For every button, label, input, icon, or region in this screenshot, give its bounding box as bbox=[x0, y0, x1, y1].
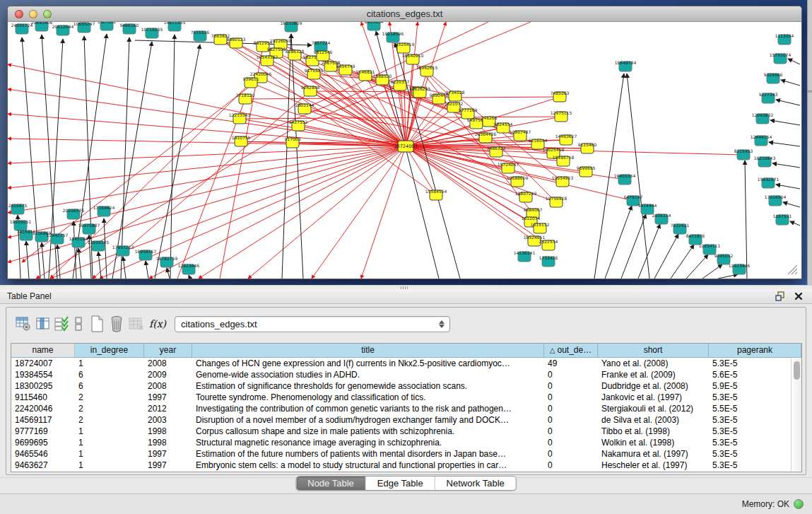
svg-text:16958167: 16958167 bbox=[135, 249, 157, 254]
table-cell: Stergiakouli et al. (2012) bbox=[598, 403, 709, 414]
table-cell: 1998 bbox=[144, 426, 192, 437]
float-panel-icon[interactable] bbox=[774, 291, 787, 302]
svg-text:7857224: 7857224 bbox=[312, 40, 331, 45]
column-header-year[interactable]: year bbox=[144, 344, 192, 357]
window-titlebar[interactable]: citations_edges.txt bbox=[8, 6, 801, 22]
column-header-short[interactable]: short bbox=[598, 344, 709, 357]
column-header-title[interactable]: title bbox=[192, 344, 544, 357]
table-settings-icon[interactable] bbox=[13, 313, 33, 334]
table-toolbar: f(x) citations_edges.txt bbox=[6, 308, 806, 340]
table-row[interactable]: 1872400712008Changes of HCN gene express… bbox=[11, 358, 801, 369]
results-panel-divider bbox=[808, 90, 812, 93]
svg-text:12942757: 12942757 bbox=[47, 233, 69, 238]
table-cell: 19384554 bbox=[11, 369, 75, 380]
table-cell: 6 bbox=[75, 380, 144, 392]
network-canvas[interactable]: 2405572420691406206120441065524715276029… bbox=[8, 22, 801, 279]
svg-text:9146821: 9146821 bbox=[356, 69, 375, 74]
svg-text:1733426: 1733426 bbox=[539, 255, 558, 260]
table-cell: Changes of HCN gene expression and I(f) … bbox=[192, 358, 544, 369]
svg-text:8186328: 8186328 bbox=[286, 49, 305, 54]
table-cell: 0 bbox=[544, 392, 598, 403]
graph-svg[interactable]: 2405572420691406206120441065524715276029… bbox=[8, 22, 801, 279]
minimize-window-icon[interactable] bbox=[29, 10, 37, 18]
delete-column-trash-icon[interactable] bbox=[107, 313, 126, 334]
table-cell: 0 bbox=[544, 403, 598, 414]
svg-text:15495758: 15495758 bbox=[553, 155, 575, 160]
table-cell: 18724007 bbox=[11, 358, 75, 369]
resize-grip-icon[interactable] bbox=[788, 265, 797, 274]
attribute-table: namein_degreeyeartitle△out_de…shortpager… bbox=[11, 343, 802, 472]
svg-text:1167531: 1167531 bbox=[773, 214, 792, 218]
tab-network-table[interactable]: Network Table bbox=[435, 477, 516, 490]
column-header-in_degree[interactable]: in_degree bbox=[75, 344, 144, 357]
network-view-window[interactable]: citations_edges.txt 24055724206914062061… bbox=[7, 6, 802, 279]
results-panel-edge[interactable] bbox=[807, 0, 812, 285]
table-row[interactable]: 2242004622012Investigating the contribut… bbox=[11, 403, 801, 414]
table-cell: Franke et al. (2009) bbox=[598, 369, 709, 380]
svg-text:17016504: 17016504 bbox=[765, 194, 787, 199]
close-window-icon[interactable] bbox=[15, 10, 23, 18]
table-cell: 2 bbox=[75, 403, 144, 414]
zoom-window-icon[interactable] bbox=[43, 10, 52, 18]
table-cell: 5.3E-5 bbox=[709, 358, 787, 369]
table-cell: Investigating the contribution of common… bbox=[192, 403, 544, 414]
svg-text:2935114: 2935114 bbox=[652, 213, 671, 218]
table-cell: 9463627 bbox=[11, 460, 75, 471]
table-row[interactable]: 1456911722003Disruption of a novel membe… bbox=[11, 414, 801, 426]
select-rows-icon[interactable] bbox=[53, 313, 70, 334]
table-cell: Jankovic et al. (1997) bbox=[598, 392, 709, 403]
function-builder-icon[interactable]: f(x) bbox=[146, 318, 169, 329]
table-cell: 2008 bbox=[144, 380, 192, 392]
tab-node-table[interactable]: Node Table bbox=[296, 477, 365, 490]
table-cell: Wolkin et al. (1998) bbox=[598, 437, 709, 448]
svg-text:10654111: 10654111 bbox=[699, 243, 721, 248]
svg-text:26364436: 26364436 bbox=[475, 132, 497, 136]
table-row[interactable]: 977716911998Corpus callosum shape and si… bbox=[11, 426, 801, 437]
svg-text:8215953: 8215953 bbox=[734, 148, 753, 153]
table-scrollbar[interactable] bbox=[791, 358, 801, 471]
graph-nodes[interactable]: 2405572420691406206120441065524715276029… bbox=[8, 22, 794, 274]
svg-text:9824554: 9824554 bbox=[494, 122, 513, 127]
svg-text:16033809: 16033809 bbox=[281, 22, 302, 25]
table-cell: 9777169 bbox=[11, 426, 75, 437]
table-mode-icon[interactable] bbox=[70, 313, 87, 334]
table-cell: Tourette syndrome. Phenomenology and cla… bbox=[192, 392, 544, 403]
svg-text:8471876: 8471876 bbox=[686, 233, 705, 238]
svg-text:18505051: 18505051 bbox=[10, 219, 32, 224]
close-panel-icon[interactable] bbox=[792, 291, 805, 302]
table-cell: 5.5E-5 bbox=[709, 403, 787, 414]
table-cell: Embryonic stem cells: a model to study s… bbox=[192, 460, 544, 471]
table-row[interactable]: 946362711997Embryonic stem cells: a mode… bbox=[11, 460, 801, 471]
table-cell: Dudbridge et al. (2008) bbox=[598, 380, 709, 392]
column-header-name[interactable]: name bbox=[11, 344, 75, 357]
new-column-icon[interactable] bbox=[87, 313, 107, 334]
svg-text:12923446: 12923446 bbox=[178, 263, 200, 268]
svg-text:2616675: 2616675 bbox=[8, 203, 28, 208]
svg-text:18640910: 18640910 bbox=[402, 53, 424, 58]
table-cell: 0 bbox=[544, 448, 598, 460]
table-cell: 1 bbox=[75, 448, 144, 460]
column-header-pagerank[interactable]: pagerank bbox=[709, 344, 801, 357]
svg-text:16782759: 16782759 bbox=[156, 256, 178, 261]
scrollbar-thumb[interactable] bbox=[794, 361, 800, 380]
svg-text:10025458: 10025458 bbox=[543, 147, 565, 152]
table-row[interactable]: 911546021997Tourette syndrome. Phenomeno… bbox=[11, 392, 801, 403]
svg-text:18724047: 18724047 bbox=[498, 162, 519, 167]
svg-text:8960123: 8960123 bbox=[227, 37, 246, 42]
column-header-out_de[interactable]: △out_de… bbox=[544, 344, 598, 357]
table-row[interactable]: 969969511998Structural magnetic resonanc… bbox=[11, 437, 801, 448]
table-row[interactable]: 1938455462009Genome-wide association stu… bbox=[11, 369, 801, 380]
table-row[interactable]: 1830029562008Estimation of significance … bbox=[11, 380, 801, 392]
tab-edge-table[interactable]: Edge Table bbox=[365, 477, 435, 490]
svg-text:939611: 939611 bbox=[243, 76, 259, 81]
table-row[interactable]: 946554611997Estimation of the future num… bbox=[11, 448, 801, 460]
table-selector-dropdown[interactable]: citations_edges.txt bbox=[175, 316, 450, 332]
table-cell: de Silva et al. (2003) bbox=[598, 414, 709, 426]
svg-text:19756928: 19756928 bbox=[546, 196, 567, 201]
svg-text:18226058: 18226058 bbox=[270, 38, 292, 43]
svg-text:16962615: 16962615 bbox=[416, 65, 438, 70]
svg-text:2522534: 2522534 bbox=[539, 239, 558, 244]
svg-text:22420046: 22420046 bbox=[250, 71, 272, 76]
svg-text:7632621: 7632621 bbox=[671, 223, 690, 228]
show-columns-icon[interactable] bbox=[33, 313, 53, 334]
